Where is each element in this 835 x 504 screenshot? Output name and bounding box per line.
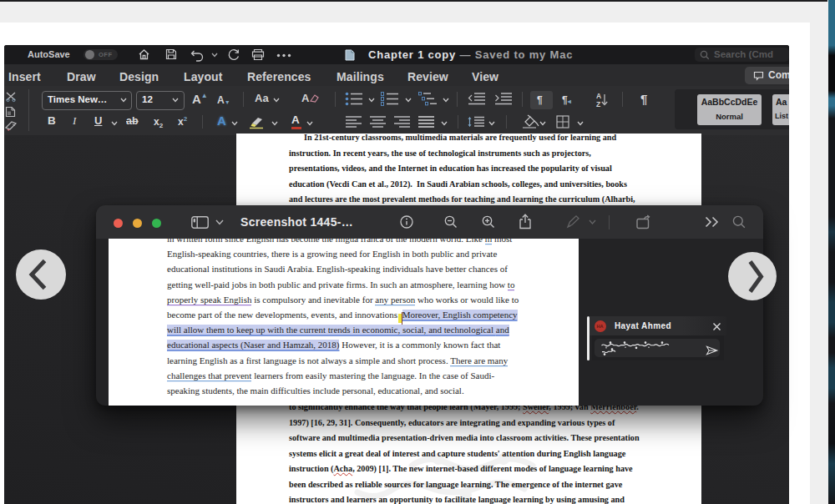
svg-text:Z: Z xyxy=(596,100,600,108)
svg-text:A: A xyxy=(596,92,601,100)
